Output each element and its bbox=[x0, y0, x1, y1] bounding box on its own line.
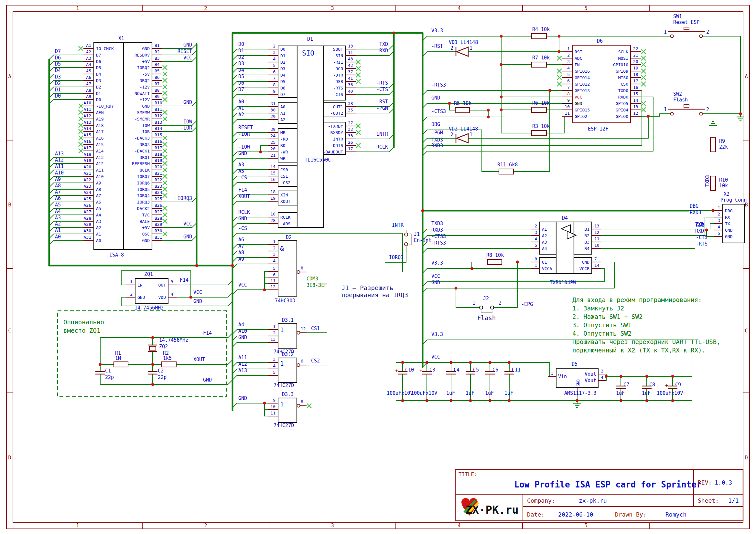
net-label[interactable]: INTR bbox=[376, 131, 388, 137]
net-label[interactable]: GND bbox=[431, 280, 440, 286]
net-label[interactable]: RCLK bbox=[238, 209, 250, 215]
net-label[interactable]: A3 bbox=[55, 215, 61, 221]
net-label[interactable]: -CTS3 bbox=[431, 109, 446, 114]
net-label[interactable]: RXD3 bbox=[431, 227, 443, 233]
cap-c10[interactable]: C10+100uFx10V bbox=[387, 367, 414, 396]
net-label[interactable]: VCC bbox=[238, 282, 247, 288]
net-label[interactable]: J1 bbox=[414, 231, 420, 237]
net-label[interactable]: COM3 bbox=[307, 276, 318, 282]
net-label[interactable]: GND bbox=[238, 216, 247, 222]
net-label[interactable]: A0 bbox=[238, 99, 244, 105]
net-label[interactable]: -RST bbox=[431, 43, 443, 49]
net-label[interactable]: A0 bbox=[55, 234, 61, 240]
net-label[interactable]: A11 bbox=[238, 355, 247, 361]
net-label[interactable]: -RTS bbox=[696, 241, 708, 247]
net-label[interactable]: A1 bbox=[55, 227, 61, 233]
net-label[interactable]: VCC bbox=[183, 55, 192, 61]
net-label[interactable]: GND bbox=[238, 335, 247, 341]
net-label[interactable]: A5 bbox=[55, 202, 61, 208]
net-label[interactable]: A9 bbox=[55, 176, 61, 182]
net-label[interactable]: V3.3 bbox=[431, 260, 443, 266]
ic-x2-prog-conn[interactable]: X2Prog Conn1DBG2RX3TX4GND5GND bbox=[714, 191, 747, 243]
net-label[interactable]: D1 bbox=[55, 87, 61, 93]
ic-d1-tl16c550c[interactable]: D1SIOTL16C550C2D03D14D25D36D47D58D69D731… bbox=[268, 36, 361, 227]
net-label[interactable]: F14 bbox=[180, 277, 189, 283]
ic-d2-74hc30[interactable]: D2&74HC30D12345611128 bbox=[268, 235, 307, 304]
net-label[interactable]: J2 bbox=[483, 295, 489, 301]
net-label[interactable]: DBG bbox=[690, 203, 698, 209]
cap-c8[interactable]: C81uF bbox=[642, 382, 655, 396]
net-label[interactable]: 2 bbox=[499, 300, 501, 306]
net-label[interactable]: SW2 bbox=[673, 91, 682, 97]
cap-c1[interactable]: C122p bbox=[95, 368, 114, 380]
net-label[interactable]: A10 bbox=[55, 170, 64, 176]
net-label[interactable]: 2 bbox=[706, 107, 709, 113]
net-label[interactable]: D4 bbox=[238, 67, 244, 73]
net-label[interactable]: GND bbox=[183, 42, 192, 48]
net-label[interactable]: A7 bbox=[55, 189, 61, 195]
net-label[interactable]: VCC bbox=[183, 221, 192, 227]
net-label[interactable]: V3.3 bbox=[431, 331, 443, 337]
net-label[interactable]: -PGM bbox=[376, 105, 388, 111]
net-label[interactable]: A7 bbox=[238, 243, 244, 249]
net-label[interactable]: RXD bbox=[379, 48, 388, 54]
net-label[interactable]: -CTS bbox=[696, 235, 708, 240]
net-label[interactable]: D3 bbox=[238, 61, 244, 66]
ic-d3-1-74hc27[interactable]: D3.1174HC27D121312 bbox=[268, 317, 307, 355]
net-label[interactable]: A3 bbox=[238, 162, 244, 168]
net-label[interactable]: -CS bbox=[238, 225, 247, 231]
net-label[interactable]: TXD3 bbox=[705, 175, 711, 187]
ic-x1-isa8[interactable]: X1ISA-8A1IO_CHCKA2D7A3D6A4D5A5D4A6D3A7D2… bbox=[79, 36, 167, 258]
net-label[interactable]: En-Int bbox=[414, 238, 431, 243]
net-label[interactable]: Reset ESP bbox=[673, 19, 699, 25]
net-label[interactable]: 1 bbox=[472, 300, 475, 306]
net-label[interactable]: RCLK bbox=[376, 144, 388, 150]
net-label[interactable]: D0 bbox=[55, 93, 61, 99]
resistor-r4[interactable]: R4 10k bbox=[531, 27, 550, 39]
net-label[interactable]: A6 bbox=[55, 195, 61, 201]
resistor-r7[interactable]: R7 10k bbox=[531, 55, 550, 67]
cap-c2[interactable]: C222p bbox=[148, 368, 167, 380]
net-label[interactable]: A4 bbox=[55, 208, 61, 214]
resistor-r2[interactable]: R21k5 bbox=[162, 350, 176, 367]
ic-d4-txb0104[interactable]: D4TXB0104PW2A13A24A35A48OE1VCCA13B112B21… bbox=[531, 215, 601, 286]
resistor-r8[interactable]: R8 10k bbox=[486, 252, 504, 265]
net-label[interactable]: -RTS3 bbox=[431, 240, 446, 246]
net-label[interactable]: VCC bbox=[431, 273, 440, 279]
net-label[interactable]: SW1 bbox=[673, 13, 682, 19]
net-label[interactable]: A13 bbox=[238, 368, 247, 373]
net-label[interactable]: GND bbox=[183, 99, 192, 105]
net-label[interactable]: IORQ3 bbox=[177, 195, 192, 201]
cap-c6[interactable]: C61uF bbox=[485, 367, 498, 396]
net-label[interactable]: GND bbox=[193, 298, 202, 304]
resistor-r10[interactable]: R1010k bbox=[711, 176, 728, 191]
net-label[interactable]: -IOW bbox=[238, 144, 250, 150]
net-label[interactable]: D6 bbox=[55, 55, 61, 61]
net-label[interactable]: XOUT bbox=[238, 193, 250, 199]
net-label[interactable]: VCC bbox=[193, 290, 202, 295]
net-label[interactable]: D5 bbox=[238, 74, 244, 80]
net-label[interactable]: A8 bbox=[55, 183, 61, 189]
cap-c4[interactable]: C41uF bbox=[446, 367, 459, 396]
cap-c5[interactable]: C51uF bbox=[466, 367, 479, 396]
net-label[interactable]: V3.3 bbox=[431, 28, 443, 34]
net-label[interactable]: D4 bbox=[55, 67, 61, 73]
net-label[interactable]: TXD3 bbox=[431, 137, 443, 143]
net-label[interactable]: D5 bbox=[55, 61, 61, 67]
net-label[interactable]: D0 bbox=[238, 41, 244, 47]
net-label[interactable]: A9 bbox=[238, 256, 244, 262]
net-label[interactable]: D7 bbox=[238, 87, 244, 92]
net-label[interactable]: Flash bbox=[673, 97, 688, 103]
net-label[interactable]: 2 bbox=[706, 29, 709, 35]
net-label[interactable]: INTR bbox=[392, 222, 404, 228]
net-label[interactable]: -IOW bbox=[180, 119, 192, 125]
resistor-r9[interactable]: R922k bbox=[711, 137, 728, 152]
net-label[interactable]: D1 bbox=[238, 48, 244, 54]
net-label[interactable]: F14 bbox=[238, 187, 247, 193]
net-label[interactable]: GND bbox=[183, 234, 192, 240]
net-label[interactable]: D2 bbox=[55, 80, 61, 86]
net-label[interactable]: RESET bbox=[177, 48, 192, 54]
diode-vd1[interactable]: VD1 LL414821 bbox=[449, 39, 478, 56]
net-label[interactable]: CS1 bbox=[311, 326, 320, 331]
net-label[interactable]: A12 bbox=[238, 361, 247, 367]
